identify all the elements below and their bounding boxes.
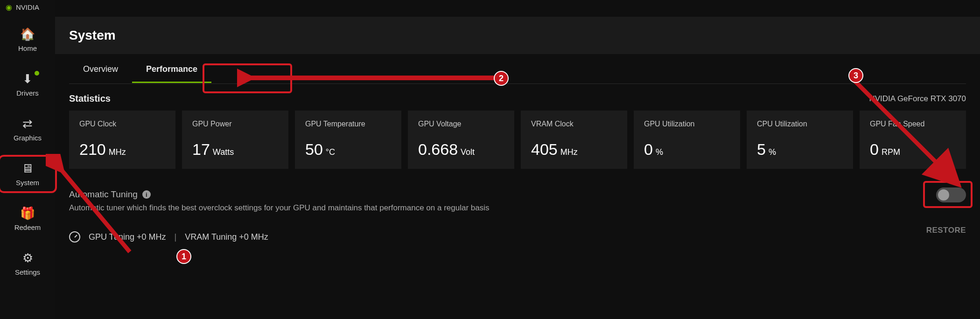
stat-unit: °C xyxy=(326,147,335,157)
stat-label: GPU Fan Speed xyxy=(870,120,956,128)
stat-cpu-util: CPU Utilization 5% xyxy=(747,111,853,169)
update-dot-icon xyxy=(35,71,39,76)
sidebar-item-label: Settings xyxy=(15,268,40,276)
sidebar: 🏠 Home ⬇ Drivers ⇄ Graphics 🖥 System 🎁 R… xyxy=(0,0,55,319)
nvidia-eye-icon: ◉ xyxy=(6,3,12,12)
tabs: Overview Performance xyxy=(69,54,966,84)
tuning-status-row: GPU Tuning +0 MHz | VRAM Tuning +0 MHz xyxy=(69,231,966,243)
download-icon: ⬇ xyxy=(22,72,33,86)
automatic-tuning-title: Automatic Tuning xyxy=(69,189,138,200)
statistics-heading: Statistics xyxy=(69,93,111,104)
sidebar-item-redeem[interactable]: 🎁 Redeem xyxy=(0,201,55,236)
stat-label: GPU Utilization xyxy=(644,120,730,128)
stat-value: 0 xyxy=(870,140,879,158)
stat-unit: % xyxy=(656,147,663,157)
automatic-tuning-section: Automatic Tuning i Automatic tuner which… xyxy=(69,189,966,243)
annotation-badge-3: 3 xyxy=(848,68,863,83)
stat-gpu-util: GPU Utilization 0% xyxy=(634,111,740,169)
gpu-model-label: NVIDIA GeForce RTX 3070 xyxy=(869,94,966,104)
monitor-icon: 🖥 xyxy=(21,161,34,176)
stat-label: VRAM Clock xyxy=(531,120,617,128)
stat-value: 50 xyxy=(305,140,323,158)
sidebar-item-drivers[interactable]: ⬇ Drivers xyxy=(0,67,55,102)
stat-unit: Watts xyxy=(213,147,234,157)
home-icon: 🏠 xyxy=(20,27,35,42)
sidebar-item-label: Home xyxy=(18,44,37,52)
sidebar-item-home[interactable]: 🏠 Home xyxy=(0,22,55,57)
stat-unit: % xyxy=(769,147,776,157)
info-icon[interactable]: i xyxy=(142,190,151,199)
sidebar-item-label: Graphics xyxy=(14,134,42,142)
stat-label: CPU Utilization xyxy=(757,120,843,128)
stat-label: GPU Temperature xyxy=(305,120,391,128)
stat-value: 17 xyxy=(192,140,210,158)
stat-value: 210 xyxy=(79,140,106,158)
gpu-tuning-value: GPU Tuning +0 MHz xyxy=(89,232,166,242)
stat-gpu-voltage: GPU Voltage 0.668Volt xyxy=(408,111,514,169)
annotation-badge-1: 1 xyxy=(176,249,191,264)
brand-name: NVIDIA xyxy=(16,3,39,11)
brand-bar: ◉ NVIDIA xyxy=(6,3,39,12)
restore-button[interactable]: RESTORE xyxy=(926,226,966,235)
vram-tuning-value: VRAM Tuning +0 MHz xyxy=(185,232,268,242)
gift-icon: 🎁 xyxy=(20,206,35,221)
stat-unit: MHz xyxy=(560,147,578,157)
stat-value: 0 xyxy=(644,140,653,158)
stat-value: 5 xyxy=(757,140,766,158)
stat-unit: Volt xyxy=(461,147,475,157)
stat-label: GPU Voltage xyxy=(418,120,504,128)
annotation-badge-2: 2 xyxy=(494,71,509,86)
stat-value: 0.668 xyxy=(418,140,458,158)
gear-icon: ⚙ xyxy=(22,251,33,265)
sidebar-item-label: Redeem xyxy=(14,223,41,231)
stat-grid: GPU Clock 210MHz GPU Power 17Watts GPU T… xyxy=(69,111,966,169)
automatic-tuning-desc: Automatic tuner which finds the best ove… xyxy=(69,203,966,213)
main-panel: System Overview Performance Statistics N… xyxy=(55,0,980,319)
stat-gpu-temp: GPU Temperature 50°C xyxy=(295,111,401,169)
stat-value: 405 xyxy=(531,140,558,158)
stat-gpu-power: GPU Power 17Watts xyxy=(182,111,288,169)
gauge-icon xyxy=(69,231,80,243)
automatic-tuning-toggle[interactable] xyxy=(936,187,966,202)
stat-fan-speed: GPU Fan Speed 0RPM xyxy=(860,111,966,169)
divider-text: | xyxy=(175,232,177,242)
sidebar-item-label: System xyxy=(16,179,39,187)
sidebar-item-label: Drivers xyxy=(16,89,39,97)
sliders-icon: ⇄ xyxy=(22,117,33,131)
stat-label: GPU Power xyxy=(192,120,278,128)
sidebar-item-settings[interactable]: ⚙ Settings xyxy=(0,246,55,281)
stat-label: GPU Clock xyxy=(79,120,165,128)
page-title: System xyxy=(55,17,980,54)
stat-unit: RPM xyxy=(882,147,900,157)
sidebar-item-system[interactable]: 🖥 System xyxy=(0,157,55,191)
stat-gpu-clock: GPU Clock 210MHz xyxy=(69,111,175,169)
tab-overview[interactable]: Overview xyxy=(69,55,132,83)
stat-vram-clock: VRAM Clock 405MHz xyxy=(521,111,627,169)
tab-performance[interactable]: Performance xyxy=(132,55,211,83)
stat-unit: MHz xyxy=(109,147,126,157)
sidebar-item-graphics[interactable]: ⇄ Graphics xyxy=(0,112,55,146)
